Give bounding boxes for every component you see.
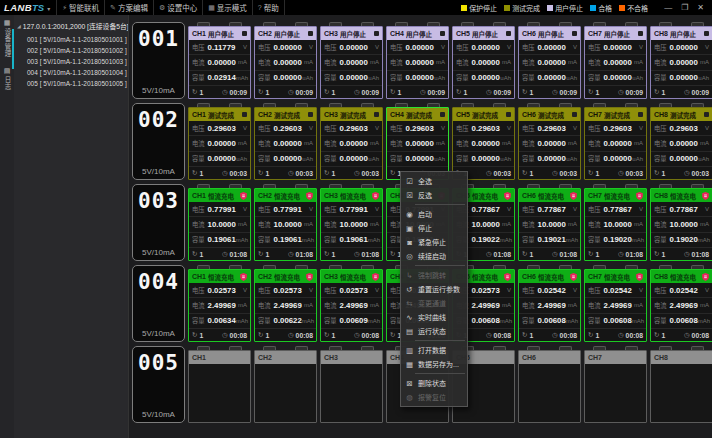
menu-item-4[interactable]: ?帮助: [252, 0, 285, 15]
capacity-row: 容量 0.00000 uAh: [189, 152, 250, 167]
channel-footer: ↻1 ◷00:08: [321, 329, 382, 341]
side-tab-0[interactable]: ▦设备管理: [0, 15, 14, 63]
channel-card[interactable]: CH3 恒流充电 电压 0.02573 V 电流 2.49969 mA 容量: [320, 269, 383, 342]
channel-slot: CH2 测试完成 电压 0.29603 V 电流 0.00000 mA 容量: [254, 103, 317, 180]
channel-values: 电压 0.02542 V 电流 2.49969 mA 容量 0.00608 mA…: [519, 283, 580, 329]
context-menu-item-select-all[interactable]: ☑全选: [401, 174, 467, 188]
channel-header: CH7 测试完成: [585, 108, 646, 121]
menu-item-2[interactable]: ⚙设置中心: [153, 0, 202, 15]
channel-card[interactable]: CH6 用户停止 电压 0.00000 V 电流 0.00000 mA 容量: [518, 26, 581, 99]
current-label: 电流: [390, 58, 403, 67]
menu-item-1[interactable]: ✎方案编辑: [104, 0, 153, 15]
channel-status: 用户停止: [208, 29, 240, 39]
tree-device-item[interactable]: 005 [ 5V/10mA-1.1-20180501005 ]: [17, 78, 128, 89]
menu-item-3[interactable]: ▦显示模式: [202, 0, 252, 15]
app-logo[interactable]: LANBTS ▾: [4, 2, 50, 13]
current-unit: mA: [634, 140, 643, 146]
channel-card[interactable]: CH6 恒流充电 电压 0.02542 V 电流 2.49969 mA 容量: [518, 269, 581, 342]
channel-footer: ↻1 ◷00:08: [585, 329, 646, 341]
channel-header: CH1 恒流充电: [189, 189, 250, 202]
clock-icon: ◷: [552, 250, 558, 258]
channel-card[interactable]: CH1 用户停止 电压 0.11779 V 电流 0.00000 mA 容量: [188, 26, 251, 99]
channel-card[interactable]: CH4 用户停止 电压 0.00000 V 电流 0.00000 mA 容量: [386, 26, 449, 99]
channel-card[interactable]: CH3 用户停止 电压 0.00000 V 电流 0.00000 mA 容量: [320, 26, 383, 99]
current-row: 电流 0.00000 mA: [189, 136, 250, 151]
channel-card[interactable]: CH2 用户停止 电压 0.00000 V 电流 0.00000 mA 容量: [254, 26, 317, 99]
channel-card[interactable]: CH8 用户停止 电压 0.00000 V 电流 0.00000 mA 容量: [650, 26, 712, 99]
context-menu-item-start[interactable]: ◉启动: [401, 207, 467, 221]
voltage-row: 电压 0.77867 V: [651, 202, 712, 217]
channel-values-empty: [255, 364, 316, 422]
channel-status-icon: [440, 31, 445, 36]
channel-card[interactable]: CH2 测试完成 电压 0.29603 V 电流 0.00000 mA 容量: [254, 107, 317, 180]
channel-card[interactable]: CH7: [584, 350, 647, 423]
channel-card[interactable]: CH4 测试完成 电压 0.29603 V 电流 0.00000 mA 容量: [386, 107, 449, 180]
channel-card[interactable]: CH3 恒流充电 电压 0.77991 V 电流 10.0000 mA 容量: [320, 188, 383, 261]
minimize-button[interactable]: —: [664, 4, 672, 12]
context-menu-item-resume-start[interactable]: ◎续接启动: [401, 249, 467, 263]
context-menu-item-reset-run-params[interactable]: ↺重置运行参数: [401, 282, 467, 296]
channel-card[interactable]: CH3 测试完成 电压 0.29603 V 电流 0.00000 mA 容量: [320, 107, 383, 180]
context-menu-item-stop[interactable]: ▣停止: [401, 221, 467, 235]
elapsed-time: 00:08: [230, 332, 247, 339]
channel-card[interactable]: CH1 恒流充电 电压 0.02573 V 电流 2.49969 mA 容量: [188, 269, 251, 342]
channel-card[interactable]: CH1 测试完成 电压 0.29603 V 电流 0.00000 mA 容量: [188, 107, 251, 180]
channel-card[interactable]: CH1: [188, 350, 251, 423]
tree-device-item[interactable]: 003 [ 5V/10mA-1.1-20180501003 ]: [17, 56, 128, 67]
device-number-display[interactable]: 001 5V/10mA: [132, 22, 185, 99]
tree-root-node[interactable]: ◢ 127.0.0.1:2001,2000 [连接设备5台]: [17, 21, 128, 31]
current-value: 0.00000: [406, 58, 434, 67]
channel-card[interactable]: CH7 用户停止 电压 0.00000 V 电流 0.00000 mA 容量: [584, 26, 647, 99]
channel-card[interactable]: CH2: [254, 350, 317, 423]
restore-button[interactable]: ❐: [681, 4, 688, 12]
channel-card[interactable]: CH6 恒流充电 电压 0.77867 V 电流 10.0000 mA 容量: [518, 188, 581, 261]
context-menu-item-emergency-stop[interactable]: ◙紧急停止: [401, 235, 467, 249]
channel-card[interactable]: CH2 恒流充电 电压 0.02573 V 电流 2.49969 mA 容量: [254, 269, 317, 342]
context-menu-item-open-data[interactable]: ▥打开数据: [401, 343, 467, 357]
capacity-row: 容量 0.19020 mAh: [585, 233, 646, 248]
channel-card[interactable]: CH1 恒流充电 电压 0.77991 V 电流 10.0000 mA 容量: [188, 188, 251, 261]
shield-icon: [306, 273, 313, 281]
context-menu-item-run-status[interactable]: ▤运行状态: [401, 324, 467, 338]
channel-card[interactable]: CH8 测试完成 电压 0.29603 V 电流 0.00000 mA 容量: [650, 107, 712, 180]
context-menu-label: 实时曲线: [418, 312, 446, 322]
clock-icon: ◷: [618, 88, 624, 96]
close-button[interactable]: ✕: [697, 4, 704, 12]
context-menu-item-realtime-curve[interactable]: ∿实时曲线: [401, 310, 467, 324]
tree-device-item[interactable]: 004 [ 5V/10mA-1.1-20180501004 ]: [17, 67, 128, 78]
tree-device-item[interactable]: 001 [ 5V/10mA-1.1-20180501001 ]: [17, 34, 128, 45]
tree-device-item[interactable]: 002 [ 5V/10mA-1.1-20180501002 ]: [17, 45, 128, 56]
channel-card[interactable]: CH7 恒流充电 电压 0.77867 V 电流 10.0000 mA 容量: [584, 188, 647, 261]
menu-item-0[interactable]: ⚡智能联机: [56, 0, 104, 15]
device-number-display[interactable]: 004 5V/10mA: [132, 265, 185, 342]
channel-card[interactable]: CH7 测试完成 电压 0.29603 V 电流 0.00000 mA 容量: [584, 107, 647, 180]
channel-card[interactable]: CH3: [320, 350, 383, 423]
channel-name: CH7: [588, 30, 602, 37]
force-jump-icon: ↳: [405, 271, 414, 280]
side-tab-1[interactable]: ▤日志: [0, 63, 14, 96]
current-unit: mA: [238, 140, 247, 146]
channel-card[interactable]: CH6: [518, 350, 581, 423]
channel-status-icon: [638, 31, 643, 36]
device-number-display[interactable]: 002 5V/10mA: [132, 103, 185, 180]
cycle-icon: ↻: [390, 331, 395, 339]
channel-card[interactable]: CH5 用户停止 电压 0.00000 V 电流 0.00000 mA 容量: [452, 26, 515, 99]
voltage-unit: V: [573, 287, 577, 293]
capacity-value: 0.00000: [538, 73, 566, 82]
context-menu-item-invert-selection[interactable]: ☒反选: [401, 188, 467, 202]
channel-card[interactable]: CH8 恒流充电 电压 0.02542 V 电流 2.49969 mA 容量: [650, 269, 712, 342]
channel-card[interactable]: CH5 测试完成 电压 0.29603 V 电流 0.00000 mA 容量: [452, 107, 515, 180]
context-menu-item-save-data-as[interactable]: ▦数据另存为...: [401, 357, 467, 371]
channel-name: CH6: [522, 273, 536, 280]
channel-card[interactable]: CH7 恒流充电 电压 0.02542 V 电流 2.49969 mA 容量: [584, 269, 647, 342]
voltage-label: 电压: [654, 205, 667, 214]
device-number-display[interactable]: 005 5V/10mA: [132, 346, 185, 423]
device-number-display[interactable]: 003 5V/10mA: [132, 184, 185, 261]
current-row: 电流 2.49969 mA: [321, 298, 382, 313]
channel-card[interactable]: CH8: [650, 350, 712, 423]
context-menu-item-delete-status[interactable]: ⊠删除状态: [401, 376, 467, 390]
channel-card[interactable]: CH6 测试完成 电压 0.29603 V 电流 0.00000 mA 容量: [518, 107, 581, 180]
channel-card[interactable]: CH2 恒流充电 电压 0.77991 V 电流 10.0000 mA 容量: [254, 188, 317, 261]
channel-card[interactable]: CH8 恒流充电 电压 0.77867 V 电流 10.0000 mA 容量: [650, 188, 712, 261]
clock-icon: ◷: [288, 331, 294, 339]
